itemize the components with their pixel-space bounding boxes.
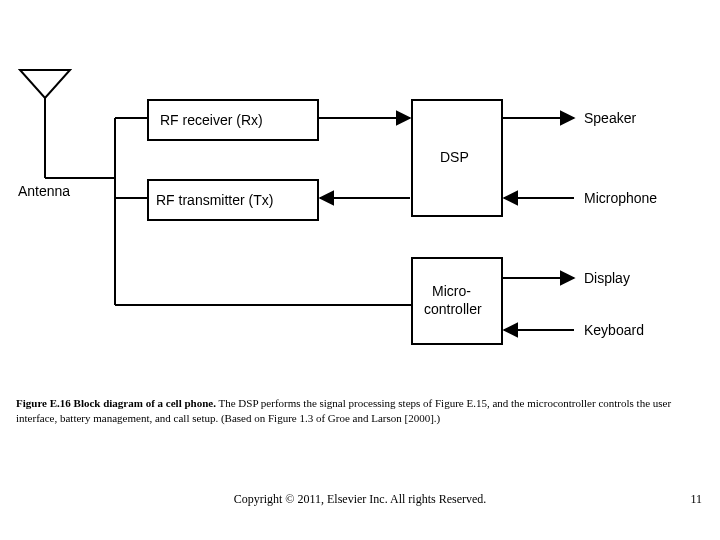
keyboard-label: Keyboard	[584, 322, 644, 338]
antenna-label: Antenna	[18, 183, 70, 199]
copyright-line: Copyright © 2011, Elsevier Inc. All righ…	[0, 492, 720, 507]
caption-lead: Figure E.16 Block diagram of a cell phon…	[16, 397, 216, 409]
microcontroller-label-line1: Micro-	[432, 283, 471, 299]
figure-caption: Figure E.16 Block diagram of a cell phon…	[16, 396, 700, 426]
antenna-icon	[20, 70, 70, 178]
speaker-label: Speaker	[584, 110, 636, 126]
microcontroller-label-line2: controller	[424, 301, 482, 317]
rf-receiver-label: RF receiver (Rx)	[160, 112, 263, 128]
cellphone-block-diagram: Antenna RF receiver (Rx) RF transmitter …	[0, 0, 720, 380]
microphone-label: Microphone	[584, 190, 657, 206]
page-number: 11	[690, 492, 702, 507]
display-label: Display	[584, 270, 630, 286]
dsp-label: DSP	[440, 149, 469, 165]
rf-transmitter-label: RF transmitter (Tx)	[156, 192, 273, 208]
